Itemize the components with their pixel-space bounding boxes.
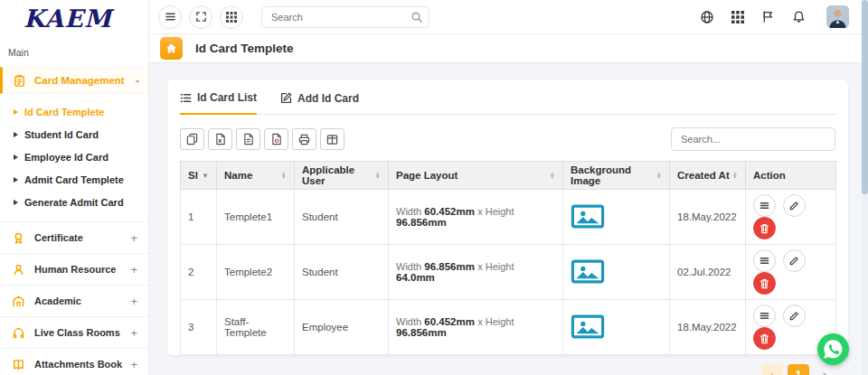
global-search-input[interactable] <box>261 6 429 28</box>
image-icon <box>571 204 605 229</box>
sidebar-item-label: Academic <box>34 295 81 306</box>
table-search-input[interactable] <box>671 127 835 151</box>
sidebar-item-card-management[interactable]: Card Management - <box>0 67 148 94</box>
sidebar-item-admit-card-templete[interactable]: Admit Card Templete <box>0 168 148 191</box>
cell-layout: Width 96.856mm x Height 64.0mm <box>389 245 563 300</box>
sidebar-item-certificate[interactable]: Certificate + <box>0 221 148 253</box>
flag-icon[interactable] <box>761 10 775 23</box>
sort-icon: ▲▼ <box>375 172 381 179</box>
edit-button[interactable] <box>783 194 806 217</box>
header-applicable-user[interactable]: Applicable User▲▼ <box>295 162 389 190</box>
quick-grid-button[interactable] <box>220 5 243 29</box>
sidebar-item-academic[interactable]: Academic + <box>0 285 148 316</box>
sidebar-section-label: Main <box>0 36 148 63</box>
sidebar-item-student-id-card[interactable]: Student Id Card <box>0 123 148 145</box>
arrow-icon <box>14 132 18 137</box>
attachments-book-icon <box>12 358 25 371</box>
sort-icon: ▲▼ <box>550 172 555 179</box>
expand-indicator: + <box>130 295 137 308</box>
certificate-icon <box>12 231 25 245</box>
cell-created: 18.May.2022 <box>670 300 746 355</box>
submenu-label: Generate Admit Card <box>24 197 124 208</box>
cell-action <box>746 245 836 300</box>
whatsapp-button[interactable] <box>817 333 849 365</box>
printer-icon <box>298 134 310 145</box>
pagination: ‹ 1 › <box>180 364 835 375</box>
delete-button[interactable] <box>753 272 776 295</box>
tab-add-id-card[interactable]: Add Id Card <box>280 91 359 114</box>
sidebar-item-label: Certificate <box>34 232 83 243</box>
submenu-label: Admit Card Templete <box>24 174 124 185</box>
cell-background-image <box>563 300 670 355</box>
table-row: 2 Templete2 Student Width 96.856mm x Hei… <box>181 245 836 300</box>
arrow-icon <box>14 200 18 205</box>
academic-icon <box>12 295 25 308</box>
edit-button[interactable] <box>783 249 806 272</box>
bell-icon[interactable] <box>792 10 806 23</box>
file-excel-icon <box>215 133 226 145</box>
menu-toggle-button[interactable] <box>158 5 182 29</box>
hamburger-icon <box>165 11 176 23</box>
row-menu-button[interactable] <box>753 194 776 217</box>
header-created-at[interactable]: Created At▲▼ <box>670 162 746 190</box>
globe-icon[interactable] <box>700 10 714 24</box>
brand-logo[interactable]: KAEM <box>0 0 148 36</box>
cell-name: Templete2 <box>217 245 295 300</box>
sidebar: KAEM Main Card Management - Id Card Temp… <box>0 0 149 375</box>
global-search <box>261 6 429 28</box>
csv-export-button[interactable] <box>236 128 260 150</box>
fullscreen-button[interactable] <box>189 5 212 29</box>
collapse-indicator: - <box>136 74 139 88</box>
expand-indicator: + <box>130 231 137 245</box>
header-sl[interactable]: Sl▼ <box>181 162 217 190</box>
sidebar-item-human-resource[interactable]: Human Resource + <box>0 253 148 285</box>
cell-action <box>746 190 836 245</box>
scrollbar-thumb[interactable] <box>862 0 868 194</box>
id-card-panel: Id Card List Add Id Card <box>167 80 848 355</box>
page-title: Id Card Templete <box>195 42 294 55</box>
sidebar-item-generate-admit-card[interactable]: Generate Admit Card <box>0 191 148 213</box>
header-background-image[interactable]: Background Image▲▼ <box>563 162 670 190</box>
pagination-prev-button[interactable]: ‹ <box>761 364 783 375</box>
table-header-row: Sl▼ Name▲▼ Applicable User▲▼ Page Layout… <box>181 162 836 190</box>
excel-export-button[interactable] <box>208 128 232 150</box>
pagination-next-button[interactable]: › <box>814 364 835 375</box>
id-card-table: Sl▼ Name▲▼ Applicable User▲▼ Page Layout… <box>180 161 836 355</box>
main-content: Id Card List Add Id Card <box>149 63 862 375</box>
home-button[interactable] <box>160 37 183 60</box>
file-pdf-icon <box>271 133 282 145</box>
sort-icon: ▲▼ <box>732 172 738 179</box>
pagination-page-1[interactable]: 1 <box>788 364 809 375</box>
image-icon <box>571 259 605 284</box>
cell-name: Templete1 <box>217 190 295 245</box>
apps-grid-icon[interactable] <box>731 11 744 23</box>
sidebar-item-id-card-templete[interactable]: Id Card Templete <box>0 100 148 123</box>
row-menu-button[interactable] <box>753 249 776 272</box>
delete-button[interactable] <box>753 327 776 350</box>
sidebar-item-label: Live Class Rooms <box>34 327 120 338</box>
row-menu-button[interactable] <box>753 305 776 327</box>
sidebar-item-employee-id-card[interactable]: Employee Id Card <box>0 145 148 168</box>
expand-indicator: + <box>130 263 137 277</box>
sidebar-item-attachments-book[interactable]: Attachments Book + <box>0 348 148 375</box>
scrollbar-track <box>862 0 868 375</box>
cell-created: 02.Jul.2022 <box>670 245 746 300</box>
cell-user: Student <box>295 245 389 300</box>
header-page-layout[interactable]: Page Layout▲▼ <box>389 162 563 190</box>
delete-button[interactable] <box>753 217 776 239</box>
tab-id-card-list[interactable]: Id Card List <box>180 91 257 115</box>
pdf-export-button[interactable] <box>264 128 288 150</box>
column-visibility-button[interactable] <box>320 128 344 150</box>
user-avatar[interactable] <box>826 5 849 28</box>
print-button[interactable] <box>292 128 316 150</box>
copy-button[interactable] <box>180 128 204 150</box>
header-name[interactable]: Name▲▼ <box>217 162 295 190</box>
human-resource-icon <box>12 263 25 277</box>
card-management-icon <box>13 74 26 88</box>
sidebar-item-live-class-rooms[interactable]: Live Class Rooms + <box>0 316 148 348</box>
file-csv-icon <box>243 133 254 145</box>
edit-button[interactable] <box>783 305 806 327</box>
table-search <box>671 127 835 151</box>
grid-icon <box>226 12 237 23</box>
cell-sl: 2 <box>181 245 217 300</box>
